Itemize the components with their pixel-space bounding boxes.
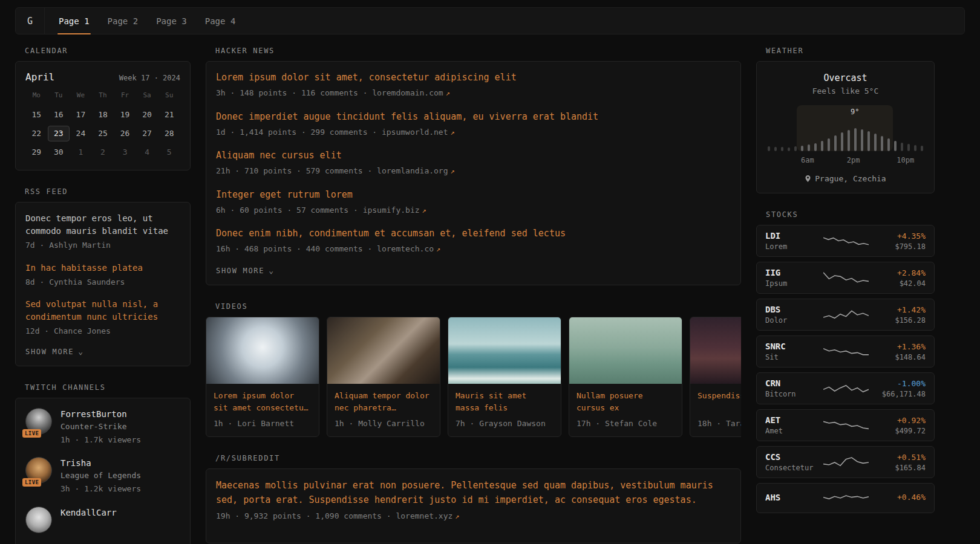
twitch-channel[interactable]: LIVE Trisha League of Legends 3h · 1.2k … bbox=[25, 457, 180, 495]
video-title[interactable]: Mauris sit amet massa felis bbox=[456, 390, 554, 414]
calendar-day[interactable]: 1 bbox=[70, 144, 92, 160]
stock-row[interactable]: DBS Dolor +1.42% $156.28 bbox=[756, 299, 935, 331]
video-title[interactable]: Nullam posuere cursus ex bbox=[577, 390, 675, 414]
nav-tab[interactable]: Page 1 bbox=[50, 8, 99, 34]
calendar-day[interactable]: 17 bbox=[70, 107, 92, 123]
video-title[interactable]: Suspendisse diam bbox=[697, 390, 741, 414]
show-more-label: SHOW MORE bbox=[25, 348, 74, 356]
stock-sparkline bbox=[818, 380, 874, 398]
hn-story-domain: ipsumworld.net bbox=[382, 128, 448, 137]
stock-row[interactable]: IIG Ipsum +2.84% $42.04 bbox=[756, 262, 935, 294]
subreddit-post-stats: 19h · 9,932 points · 1,090 comments · bbox=[216, 511, 391, 520]
video-card[interactable]: Nullam posuere cursus ex 17h · Stefan Co… bbox=[569, 317, 682, 438]
calendar-day[interactable]: 21 bbox=[158, 107, 180, 123]
video-card[interactable]: Suspendisse diam 18h · Tara bbox=[690, 317, 741, 438]
stock-row[interactable]: AET Amet +0.92% $499.72 bbox=[756, 409, 935, 441]
stock-change: +0.51% bbox=[874, 453, 926, 462]
subreddit-post-domain: loremnet.xyz bbox=[396, 511, 452, 520]
calendar-day[interactable]: 23 bbox=[48, 126, 70, 141]
hn-story-title[interactable]: Aliquam nec cursus elit bbox=[216, 149, 731, 162]
video-thumbnail[interactable] bbox=[206, 317, 319, 384]
stock-row[interactable]: SNRC Sit +1.36% $148.64 bbox=[756, 335, 935, 368]
rss-item-title[interactable]: Sed volutpat nulla nisl, a condimentum n… bbox=[25, 298, 180, 323]
stock-values: +4.35% $795.18 bbox=[874, 232, 926, 251]
calendar-day[interactable]: 4 bbox=[136, 144, 158, 160]
stock-sparkline bbox=[818, 453, 874, 471]
video-title[interactable]: Aliquam tempor dolor nec pharetra… bbox=[335, 390, 433, 414]
calendar-day[interactable]: 3 bbox=[114, 144, 136, 160]
hn-story: Integer eget rutrum lorem 6h · 60 points… bbox=[216, 189, 731, 216]
video-card[interactable]: Mauris sit amet massa felis 7h · Grayson… bbox=[448, 317, 561, 438]
calendar-day[interactable]: 27 bbox=[136, 126, 158, 141]
twitch-channel[interactable]: LIVE ForrestBurton Counter-Strike 1h · 1… bbox=[25, 408, 180, 446]
hn-story-domain-link[interactable]: ipsumworld.net↗ bbox=[382, 128, 455, 137]
hn-story-title[interactable]: Donec imperdiet augue tincidunt felis al… bbox=[216, 111, 731, 123]
calendar-day[interactable]: 16 bbox=[48, 107, 70, 123]
rss-item-meta: 12d · Chance Jones bbox=[25, 325, 180, 337]
nav-tab[interactable]: Page 2 bbox=[99, 8, 148, 34]
video-card[interactable]: Lorem ipsum dolor sit amet consectetu… 1… bbox=[206, 317, 319, 438]
subreddit-section-title: /R/SUBREDDIT bbox=[215, 454, 741, 462]
stock-row[interactable]: CCS Consectetur +0.51% $165.84 bbox=[756, 446, 935, 478]
app-logo[interactable]: G bbox=[16, 8, 45, 34]
video-title[interactable]: Lorem ipsum dolor sit amet consectetu… bbox=[214, 390, 312, 414]
subreddit-post: Maecenas mollis pulvinar erat non posuer… bbox=[216, 479, 731, 522]
stock-price: $42.04 bbox=[874, 279, 926, 288]
weather-hour-bar bbox=[914, 145, 916, 151]
subreddit-post-title[interactable]: Maecenas mollis pulvinar erat non posuer… bbox=[216, 479, 731, 507]
rss-item: In hac habitasse platea 8d · Cynthia Sau… bbox=[25, 262, 180, 288]
external-link-icon: ↗ bbox=[422, 206, 426, 215]
calendar-day[interactable]: 26 bbox=[114, 126, 136, 141]
stock-sparkline bbox=[818, 416, 874, 435]
nav-tab[interactable]: Page 3 bbox=[147, 8, 196, 34]
video-thumbnail[interactable] bbox=[690, 317, 741, 384]
calendar-day[interactable]: 2 bbox=[92, 144, 114, 160]
external-link-icon: ↗ bbox=[446, 89, 450, 97]
calendar-day[interactable]: 29 bbox=[25, 144, 48, 160]
nav-tab[interactable]: Page 4 bbox=[196, 8, 245, 34]
stock-row[interactable]: CRN Bitcorn -1.00% $66,171.48 bbox=[756, 372, 935, 404]
hn-story-stats: 16h · 468 points · 440 comments · bbox=[216, 244, 372, 253]
weather-hour-bar bbox=[841, 132, 843, 151]
videos-widget: VIDEOS Lorem ipsum dolor sit amet consec… bbox=[206, 302, 741, 438]
calendar-day[interactable]: 30 bbox=[48, 144, 70, 160]
calendar-day[interactable]: 18 bbox=[92, 107, 114, 123]
stock-row[interactable]: AHS +0.46% bbox=[756, 483, 935, 513]
hn-story-title[interactable]: Lorem ipsum dolor sit amet, consectetur … bbox=[216, 71, 731, 84]
weather-card: Overcast Feels like 5°C 9° 6am2pm10pm Pr… bbox=[756, 61, 935, 193]
hn-story-domain-link[interactable]: loremlandia.org↗ bbox=[377, 166, 455, 175]
video-card[interactable]: Aliquam tempor dolor nec pharetra… 1h · … bbox=[327, 317, 440, 438]
hn-story-domain-link[interactable]: loremtech.co↗ bbox=[377, 244, 440, 253]
hn-story-domain-link[interactable]: loremdomain.com↗ bbox=[372, 88, 450, 97]
hn-story-title[interactable]: Donec enim nibh, condimentum et accumsan… bbox=[216, 227, 731, 240]
rss-show-more-button[interactable]: SHOW MORE ⌄ bbox=[25, 348, 84, 356]
rss-item-title[interactable]: Donec tempor eros leo, ut commodo mauris… bbox=[25, 212, 180, 238]
video-thumbnail[interactable] bbox=[327, 317, 440, 384]
calendar-day[interactable]: 22 bbox=[25, 126, 48, 141]
hn-story-meta: 16h · 468 points · 440 comments · loremt… bbox=[216, 243, 731, 255]
calendar-day[interactable]: 5 bbox=[158, 144, 180, 160]
twitch-channel[interactable]: KendallCarr bbox=[25, 507, 180, 533]
external-link-icon: ↗ bbox=[436, 245, 440, 253]
video-body: Aliquam tempor dolor nec pharetra… 1h · … bbox=[327, 384, 440, 437]
stock-row[interactable]: LDI Lorem +4.35% $795.18 bbox=[756, 225, 935, 257]
weather-hour-bar bbox=[808, 144, 810, 151]
subreddit-post-domain-link[interactable]: loremnet.xyz↗ bbox=[396, 511, 459, 520]
rss-item-title[interactable]: In hac habitasse platea bbox=[25, 262, 180, 274]
calendar-day[interactable]: 28 bbox=[158, 126, 180, 141]
weather-hour-bar bbox=[907, 144, 910, 151]
hn-story: Aliquam nec cursus elit 21h · 710 points… bbox=[216, 149, 731, 177]
hn-story-domain-link[interactable]: ipsumify.biz↗ bbox=[363, 206, 426, 215]
stock-sparkline bbox=[818, 489, 874, 507]
hn-story-title[interactable]: Integer eget rutrum lorem bbox=[216, 189, 731, 201]
calendar-day[interactable]: 19 bbox=[114, 107, 136, 123]
calendar-day[interactable]: 25 bbox=[92, 126, 114, 141]
calendar-day[interactable]: 15 bbox=[25, 107, 48, 123]
calendar-day[interactable]: 20 bbox=[136, 107, 158, 123]
channel-name: KendallCarr bbox=[60, 507, 117, 519]
calendar-day[interactable]: 24 bbox=[70, 126, 92, 141]
video-thumbnail[interactable] bbox=[569, 317, 682, 384]
stock-price: $66,171.48 bbox=[874, 390, 926, 398]
hn-show-more-button[interactable]: SHOW MORE ⌄ bbox=[216, 267, 275, 275]
video-thumbnail[interactable] bbox=[448, 317, 561, 384]
